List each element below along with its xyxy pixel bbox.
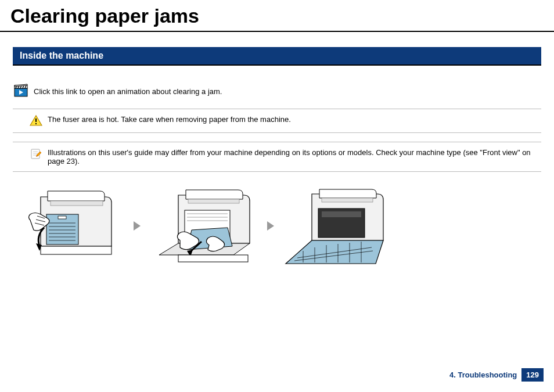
svg-rect-40 (322, 211, 361, 217)
illustration-step-2 (146, 182, 262, 269)
svg-rect-23 (58, 216, 66, 219)
svg-rect-10 (35, 118, 37, 122)
page-title: Clearing paper jams (0, 0, 554, 32)
svg-marker-26 (134, 221, 141, 231)
svg-rect-27 (188, 199, 239, 203)
svg-rect-36 (178, 255, 248, 262)
step-arrow-icon (266, 221, 276, 231)
clapper-play-icon[interactable] (13, 83, 30, 100)
svg-marker-37 (267, 221, 274, 231)
illustration-step-1 (13, 182, 129, 269)
svg-rect-15 (51, 201, 103, 206)
animation-link-row: Click this link to open an animation abo… (13, 83, 541, 100)
footer-chapter: 4. Troubleshooting (449, 371, 517, 379)
warning-triangle-icon (29, 115, 43, 127)
note-pencil-icon (29, 148, 43, 160)
section-heading: Inside the machine (13, 47, 541, 66)
svg-rect-11 (35, 123, 37, 124)
footer-page-number: 129 (521, 368, 544, 382)
content-area: Inside the machine Click this link to op… (0, 32, 554, 269)
step-arrow-icon (132, 221, 143, 231)
animation-link-text[interactable]: Click this link to open an animation abo… (34, 87, 222, 96)
page-footer: 4. Troubleshooting 129 (449, 368, 544, 382)
svg-rect-38 (322, 198, 373, 202)
warning-text: The fuser area is hot. Take care when re… (43, 115, 535, 124)
note-callout: Illustrations on this user's guide may d… (13, 142, 541, 172)
illustration-row (13, 182, 541, 269)
warning-callout: The fuser area is hot. Take care when re… (13, 109, 541, 133)
svg-rect-25 (41, 246, 111, 254)
note-text: Illustrations on this user's guide may d… (43, 148, 535, 166)
illustration-step-3 (280, 182, 396, 269)
